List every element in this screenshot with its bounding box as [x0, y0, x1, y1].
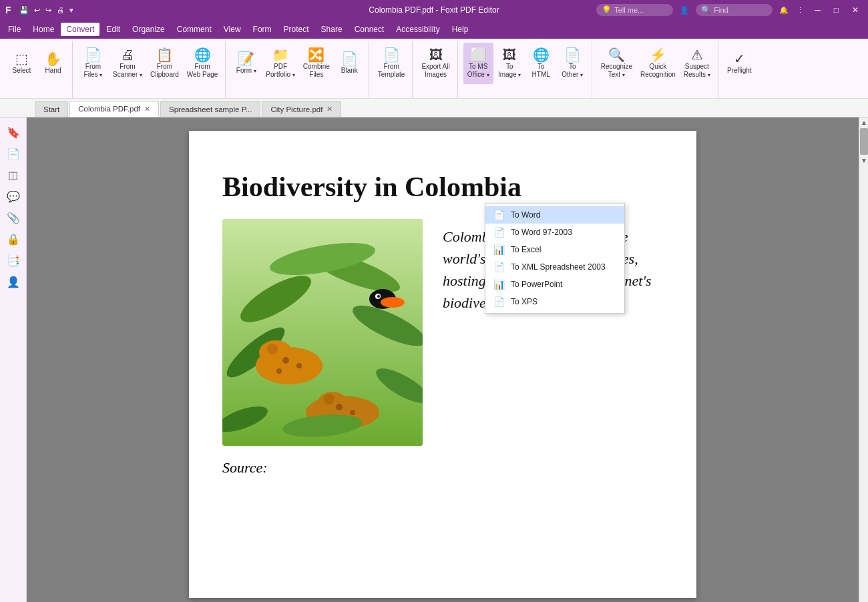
quick-access-toolbar: 💾 ↩ ↪ 🖨 ▾	[18, 6, 75, 15]
hand-button[interactable]: ✋ Hand	[38, 43, 68, 84]
tab-colombia[interactable]: Colombia PDF.pdf ✕	[69, 101, 159, 117]
menu-view[interactable]: View	[218, 23, 246, 36]
sidebar-pages-icon[interactable]: 📄	[3, 144, 23, 163]
dropdown-to-word-97[interactable]: 📄 To Word 97-2003	[485, 224, 624, 241]
from-webpage-label: FromWeb Page	[187, 63, 218, 79]
notification-icon[interactable]: 🔔	[778, 6, 790, 15]
sidebar-bookmarks-icon[interactable]: 🔖	[3, 123, 23, 141]
tab-colombia-close[interactable]: ✕	[144, 105, 150, 113]
sidebar-comments-icon[interactable]: 💬	[3, 187, 23, 206]
tab-spreadsheet[interactable]: Spreadsheet sample P...	[160, 101, 260, 117]
to-image-button[interactable]: 🖼 ToImage ▾	[495, 43, 525, 84]
menu-home[interactable]: Home	[27, 23, 59, 36]
to-word-label: To Word	[511, 210, 540, 220]
ribbon-group-preflight: ✓ Preflight	[720, 41, 759, 98]
hand-icon: ✋	[45, 52, 61, 65]
from-files-label: FromFiles ▾	[84, 63, 103, 79]
word-97-icon: 📄	[493, 227, 505, 238]
menu-file[interactable]: File	[3, 23, 26, 36]
sidebar-attachments-icon[interactable]: 📎	[3, 208, 23, 227]
preflight-button[interactable]: ✓ Preflight	[724, 43, 755, 84]
print-icon[interactable]: 🖨	[55, 6, 65, 14]
blank-button[interactable]: 📄 Blank	[335, 43, 365, 84]
ribbon-export-items: 🖼 Export AllImages	[418, 43, 453, 97]
pdf-portfolio-button[interactable]: 📁 PDFPortfolio ▾	[262, 43, 298, 84]
ribbon-form-items: 📝 Form ▾ 📁 PDFPortfolio ▾ 🔀 CombineFiles…	[231, 43, 365, 97]
tell-me-input[interactable]	[614, 6, 668, 14]
menu-edit[interactable]: Edit	[101, 23, 126, 36]
select-button[interactable]: ⬚ Select	[7, 43, 37, 84]
quick-recognition-button[interactable]: ⚡ QuickRecognition	[637, 43, 679, 84]
from-scanner-button[interactable]: 🖨 FromScanner ▾	[110, 43, 146, 84]
more-icon[interactable]: ▾	[68, 6, 75, 15]
scrollbar-thumb[interactable]	[860, 128, 868, 155]
form-button[interactable]: 📝 Form ▾	[231, 43, 261, 84]
recognize-text-button[interactable]: 🔍 RecognizeText ▾	[598, 43, 636, 84]
menu-share[interactable]: Share	[316, 23, 348, 36]
from-scanner-label: FromScanner ▾	[113, 63, 142, 79]
menu-accessibility[interactable]: Accessibility	[391, 23, 445, 36]
suspect-results-button[interactable]: ⚠ SuspectResults ▾	[680, 43, 714, 84]
menu-comment[interactable]: Comment	[172, 23, 217, 36]
to-html-label: ToHTML	[532, 63, 550, 79]
undo-icon[interactable]: ↩	[33, 6, 41, 15]
from-webpage-button[interactable]: 🌐 FromWeb Page	[184, 43, 222, 84]
menu-connect[interactable]: Connect	[349, 23, 390, 36]
sidebar-layers-icon[interactable]: ◫	[3, 166, 23, 184]
menu-bar: File Home Convert Edit Organize Comment …	[0, 20, 868, 39]
from-scanner-icon: 🖨	[121, 48, 134, 61]
ribbon-group-form: 📝 Form ▾ 📁 PDFPortfolio ▾ 🔀 CombineFiles…	[227, 41, 369, 98]
from-template-button[interactable]: 📄 FromTemplate	[375, 43, 409, 84]
minimize-button[interactable]: ─	[811, 5, 825, 15]
quick-recognition-label: QuickRecognition	[640, 63, 676, 79]
pdf-portfolio-label: PDFPortfolio ▾	[266, 63, 294, 79]
document-title: Biodiversity in Colombia	[222, 171, 663, 203]
sidebar-content-icon[interactable]: 📑	[3, 251, 23, 270]
tab-colombia-label: Colombia PDF.pdf	[78, 105, 140, 113]
menu-protect[interactable]: Protect	[278, 23, 314, 36]
dropdown-to-word[interactable]: 📄 To Word	[485, 206, 624, 224]
hand-label: Hand	[45, 67, 61, 75]
to-ms-office-button[interactable]: ⬜ To MSOffice ▾	[463, 43, 493, 84]
tab-city[interactable]: City Picture.pdf ✕	[262, 101, 341, 117]
document-area: 📄 To Word 📄 To Word 97-2003 📊 To Excel 📄…	[27, 117, 859, 602]
vertical-scrollbar[interactable]: ▲ ▼	[859, 117, 868, 602]
menu-convert[interactable]: Convert	[61, 23, 99, 36]
ribbon-ocr-items: 🔍 RecognizeText ▾ ⚡ QuickRecognition ⚠ S…	[598, 43, 714, 97]
close-button[interactable]: ✕	[848, 5, 863, 15]
menu-help[interactable]: Help	[447, 23, 474, 36]
tell-me-search[interactable]: 💡	[596, 4, 673, 16]
to-html-button[interactable]: 🌐 ToHTML	[526, 43, 556, 84]
menu-form[interactable]: Form	[248, 23, 277, 36]
svg-point-11	[276, 368, 282, 374]
find-input[interactable]	[714, 6, 767, 14]
dropdown-to-powerpoint[interactable]: 📊 To PowerPoint	[485, 276, 624, 293]
redo-icon[interactable]: ↪	[44, 6, 53, 15]
from-clipboard-button[interactable]: 📋 FromClipboard	[147, 43, 182, 84]
menu-organize[interactable]: Organize	[127, 23, 170, 36]
find-search[interactable]: 🔍	[696, 4, 773, 16]
title-bar-right: 💡 👤 🔍 🔔 ⋮ ─ □ ✕	[596, 4, 863, 16]
sidebar-security-icon[interactable]: 🔒	[3, 230, 23, 248]
maximize-button[interactable]: □	[830, 5, 843, 15]
left-sidebar: 🔖 📄 ◫ 💬 📎 🔒 📑 👤	[0, 117, 27, 602]
save-icon[interactable]: 💾	[18, 6, 30, 15]
from-webpage-icon: 🌐	[194, 48, 211, 61]
combine-files-label: CombineFiles	[303, 63, 330, 79]
dropdown-to-xps[interactable]: 📄 To XPS	[485, 293, 624, 310]
dropdown-to-excel[interactable]: 📊 To Excel	[485, 241, 624, 258]
user-icon[interactable]: 👤	[678, 6, 690, 15]
combine-files-button[interactable]: 🔀 CombineFiles	[300, 43, 333, 84]
export-all-images-button[interactable]: 🖼 Export AllImages	[418, 43, 453, 84]
tab-city-close[interactable]: ✕	[327, 105, 333, 113]
dropdown-to-xml[interactable]: 📄 To XML Spreadsheet 2003	[485, 258, 624, 276]
quick-recognition-icon: ⚡	[650, 48, 666, 61]
more-options-icon[interactable]: ⋮	[795, 6, 805, 15]
from-files-button[interactable]: 📄 FromFiles ▾	[78, 43, 108, 84]
to-powerpoint-label: To PowerPoint	[511, 280, 562, 289]
to-other-button[interactable]: 📄 ToOther ▾	[558, 43, 588, 84]
sidebar-signatures-icon[interactable]: 👤	[3, 272, 23, 291]
tab-city-label: City Picture.pdf	[270, 105, 322, 113]
tab-start[interactable]: Start	[35, 101, 68, 117]
recognize-label: RecognizeText ▾	[601, 63, 632, 79]
